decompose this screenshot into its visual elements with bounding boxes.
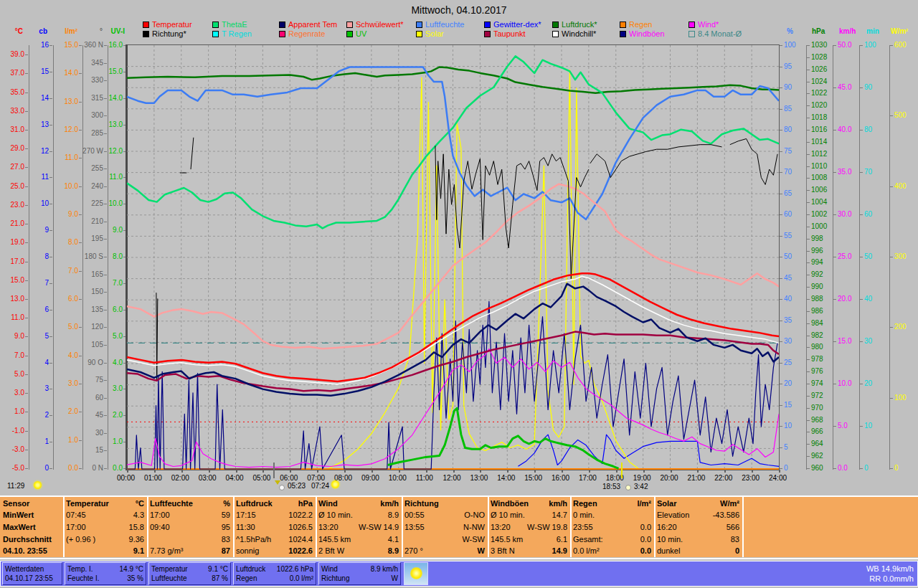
axis-tick-label: 400: [894, 183, 907, 190]
axis-tickmark: [807, 57, 810, 58]
axis-tickmark: [860, 468, 863, 469]
table-cell-label: 13:55: [404, 523, 425, 531]
axis-tick-label: 1006: [811, 186, 827, 194]
axis-tickmark: [79, 271, 82, 272]
hour-tick: [317, 470, 318, 473]
axis-tickmark: [780, 67, 782, 67]
legend-item[interactable]: Regen: [620, 21, 652, 29]
axis-tick-label: 40: [864, 295, 872, 303]
legend-item[interactable]: Richtung*: [143, 30, 186, 39]
table-cell-label: Durchschnitt: [3, 535, 52, 544]
legend-item[interactable]: Taupunkt: [484, 30, 526, 39]
axis-tickmark: [104, 398, 107, 399]
table-cell-label: 17:15: [236, 511, 256, 519]
axis-tick-label: 39.0: [11, 51, 24, 58]
table-cell-label: 11:30: [236, 523, 255, 531]
legend-item[interactable]: ThetaE: [212, 21, 247, 29]
hour-tick: [507, 470, 508, 473]
axis-tick-label: 976: [811, 368, 823, 375]
status-panel-station: Wetterdaten04.10.17 23:55: [2, 562, 62, 585]
hour-tick: [127, 470, 128, 473]
table-cell: Gesamt:0.0: [573, 535, 651, 544]
table-cell-value: 9.36: [129, 535, 144, 544]
legend-item[interactable]: Temperatur: [143, 21, 192, 29]
legend-swatch-icon: [688, 31, 695, 37]
chart-plot[interactable]: [127, 45, 779, 470]
axis-tickmark: [807, 118, 810, 118]
axis-tick-label: 15: [784, 402, 792, 409]
legend-label: Solar: [425, 29, 444, 38]
table-cell-label: 3 Bft N: [491, 546, 515, 555]
legend-item[interactable]: Wind*: [688, 21, 719, 29]
axis-tickmark: [860, 130, 863, 131]
legend-item[interactable]: Schwülewert*: [346, 21, 404, 29]
time-label: 14:00: [497, 474, 515, 482]
table-cell-label: Richtung: [404, 499, 439, 508]
legend-item[interactable]: Windböen: [620, 30, 665, 39]
legend-item[interactable]: 8.4 Monat-Ø: [688, 30, 742, 39]
axis-tick-label: 19.0: [11, 239, 24, 246]
axis-tickmark: [807, 468, 810, 469]
sun-symbol-icon: [410, 567, 422, 579]
legend-swatch-icon: [346, 22, 353, 28]
table-cell-label: 145.5 km: [318, 535, 351, 544]
axis-tickmark: [25, 93, 28, 93]
axis-tick-label: 3.0: [68, 380, 78, 387]
axis-tick-label: 5.0: [14, 371, 24, 378]
axis-tick-label: 210: [91, 218, 103, 225]
table-cell: 145.5 km4.1: [318, 535, 399, 544]
table-cell: 09:4095: [150, 523, 230, 531]
series-gewitter-index: [518, 435, 779, 466]
legend-swatch-icon: [143, 31, 149, 37]
table-cell: 2 Bft W8.9: [318, 546, 399, 555]
axis-tick-label: 10: [784, 422, 792, 430]
axis-tick-label: 6.0: [68, 295, 78, 303]
table-column-separator: [570, 497, 572, 557]
legend-item[interactable]: Windchill*: [552, 30, 596, 39]
legend-item[interactable]: Gewitter-dex*: [484, 21, 541, 29]
axis-tick-label: 1016: [811, 126, 827, 133]
legend-item[interactable]: UV: [346, 30, 366, 39]
table-cell: Luftfeuchte%: [150, 499, 230, 508]
table-cell: 3 Bft N14.9: [491, 546, 567, 555]
axis-tick-label: 240: [91, 183, 103, 190]
legend-label: Windchill*: [562, 29, 596, 38]
status-label: Temp. I.: [67, 564, 93, 574]
axis-tickmark: [807, 408, 810, 409]
axis-tick-label: 90: [784, 84, 792, 91]
axis-unit-label: UV-I: [111, 27, 125, 35]
table-cell-label: Temperatur: [66, 499, 109, 508]
table-cell: dunkel0: [657, 546, 739, 555]
table-cell: 11:301026.5: [236, 523, 313, 531]
axis-tickmark: [780, 405, 782, 406]
table-cell: 270 °W: [404, 546, 485, 555]
legend-item[interactable]: Apparent Tem: [279, 21, 337, 29]
axis-tick-label: 70: [784, 169, 792, 176]
axis-tickmark: [780, 299, 782, 300]
axis-tickmark: [79, 102, 82, 103]
axis-tickmark: [79, 186, 82, 187]
axis-tick-label: 315: [91, 95, 103, 102]
table-cell-value: 15.8: [129, 523, 144, 531]
axis-tickmark: [890, 257, 893, 257]
axis-tickmark: [79, 440, 82, 441]
table-cell: 10 min.83: [657, 535, 739, 544]
axis-tickmark: [104, 115, 107, 116]
axis-tick-label: 270 W: [82, 148, 103, 155]
axis-tick-label: 0 N: [92, 465, 103, 472]
hour-tick: [752, 470, 753, 473]
axis-tick-label: 15: [95, 447, 103, 454]
axis-tickmark: [25, 468, 28, 469]
table-cell-value: O-NO: [464, 511, 485, 519]
legend-item[interactable]: Luftdruck*: [552, 21, 597, 29]
axis-tick-label: 11.0: [11, 314, 24, 321]
legend-item[interactable]: T Regen: [212, 30, 252, 39]
axis-tick-label: 300: [894, 253, 907, 260]
status-row: RichtungW: [321, 574, 398, 583]
legend-item[interactable]: Regenrate: [279, 30, 325, 39]
axis-tick-label: 13.0: [65, 98, 78, 105]
legend-item[interactable]: Solar: [416, 30, 444, 39]
legend-item[interactable]: Luftfeuchte: [416, 21, 464, 29]
axis-tickmark: [25, 111, 28, 112]
legend-label: ThetaE: [222, 20, 247, 29]
